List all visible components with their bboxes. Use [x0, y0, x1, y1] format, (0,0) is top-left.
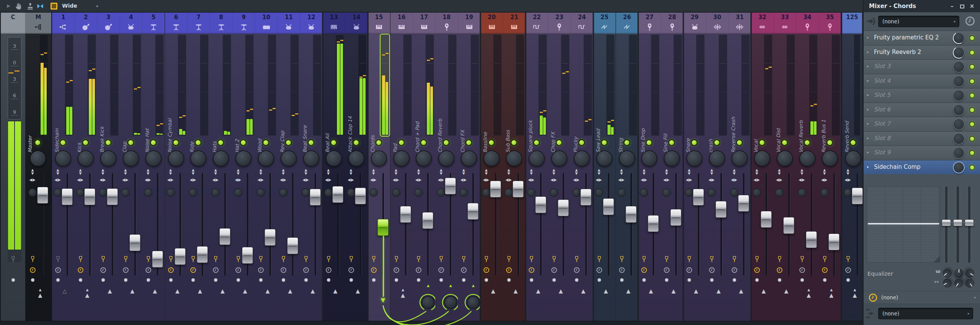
pan-knob[interactable] [574, 150, 590, 167]
slot-enable-led[interactable] [969, 64, 975, 70]
slot-enable-led[interactable] [969, 150, 975, 156]
stereo-arrows[interactable]: ◀▶ [526, 178, 537, 182]
updown-arrows[interactable]: ▲▼ [210, 168, 221, 175]
stereo-arrows[interactable]: ◀▶ [345, 178, 357, 182]
stereo-arrows[interactable]: ◀▶ [616, 178, 627, 182]
pan-knob[interactable] [326, 150, 342, 167]
route-arrows[interactable]: ▲ [756, 288, 771, 294]
fader-handle[interactable] [828, 234, 840, 250]
pan-knob[interactable] [78, 150, 94, 167]
route-arrows[interactable]: ▲ [553, 288, 568, 294]
updown-arrows[interactable]: ▲▼ [97, 168, 109, 175]
pan-knob[interactable] [30, 150, 46, 167]
route-arrows[interactable]: ▲ [598, 288, 614, 294]
latency-clock-icon[interactable] [100, 267, 106, 273]
track-header[interactable]: 8 [210, 13, 232, 34]
audio-input-select[interactable]: (none) ▸ [878, 16, 959, 27]
route-down-arrow[interactable]: ▼ [377, 297, 389, 304]
record-arm-icon[interactable] [168, 256, 174, 262]
stereo-sep-knob[interactable] [482, 188, 490, 197]
route-arrows[interactable]: ▲ [237, 288, 253, 294]
fx-slot-6[interactable]: ▸Slot 6 [864, 103, 980, 117]
stereo-sep-knob[interactable] [324, 188, 333, 197]
track-strip-15[interactable]: 15Chords▲▼◀▶▼ [368, 13, 390, 321]
fader-track[interactable] [270, 173, 271, 276]
mute-led[interactable] [511, 139, 517, 146]
updown-arrows[interactable]: ▲▼ [480, 168, 492, 175]
record-arm-icon[interactable] [415, 256, 422, 262]
track-header[interactable]: 4 [120, 13, 142, 34]
eq-band-slider-mid[interactable] [955, 186, 961, 263]
track-strip-3[interactable]: 3Break Kick▲▼◀▶▲ [97, 13, 120, 321]
updown-arrows[interactable]: ▲▼ [774, 168, 785, 175]
route-arrows[interactable]: ▲ [192, 288, 207, 294]
track-header[interactable]: 17 [413, 13, 435, 34]
slot-enable-led[interactable] [969, 78, 975, 84]
eq-band-knob-mid[interactable] [952, 276, 966, 291]
fx-slot-10[interactable]: ▸Sidechain Comp [864, 160, 980, 175]
mute-led[interactable] [578, 139, 585, 146]
latency-clock-icon[interactable] [551, 267, 557, 273]
latency-clock-icon[interactable] [190, 267, 196, 273]
pan-knob[interactable] [732, 150, 748, 167]
fader-track[interactable] [405, 173, 407, 276]
updown-arrows[interactable]: ▲▼ [706, 168, 717, 175]
route-arrows[interactable]: ▲ [125, 288, 140, 294]
eq-band-knob-high[interactable] [963, 276, 977, 291]
route-arrows[interactable]: ▲ [688, 288, 704, 294]
record-arm-icon[interactable] [371, 256, 377, 262]
fader-handle[interactable] [648, 215, 659, 232]
track-strip-29[interactable]: 29Snare▲▼◀▶▲ [683, 13, 706, 321]
fader-handle[interactable] [693, 189, 704, 206]
stereo-sep-knob[interactable] [730, 188, 738, 197]
slot-mix-knob[interactable] [953, 133, 965, 145]
track-strip-19[interactable]: 19Chord FX▲▼◀▶▲ [458, 13, 480, 321]
record-arm-icon[interactable] [145, 256, 152, 262]
stereo-sep-knob[interactable] [347, 188, 355, 197]
fader-handle[interactable] [467, 203, 479, 220]
stereo-arrows[interactable]: ◀▶ [27, 178, 38, 182]
stereo-sep-knob[interactable] [167, 188, 175, 197]
slot-enable-led[interactable] [969, 136, 975, 142]
mute-led[interactable] [488, 139, 495, 146]
updown-arrows[interactable]: ▲▼ [300, 168, 312, 175]
fx-slot-1[interactable]: ▸Fruity parametric EQ 2 [864, 31, 980, 45]
latency-clock-icon[interactable] [596, 267, 603, 273]
slot-enable-led[interactable] [969, 35, 975, 41]
updown-arrows[interactable]: ▲▼ [661, 168, 672, 175]
slot-enable-led[interactable] [969, 93, 975, 98]
mute-led[interactable] [624, 139, 630, 146]
latency-clock-icon[interactable] [845, 267, 851, 273]
updown-arrows[interactable]: ▲▼ [232, 168, 244, 175]
track-header[interactable]: 19 [458, 13, 480, 34]
pan-knob[interactable] [55, 150, 71, 167]
updown-arrows[interactable]: ▲▼ [593, 168, 605, 175]
latency-clock-icon[interactable] [258, 267, 264, 273]
updown-arrows[interactable]: ▲▼ [142, 168, 154, 175]
fader-track[interactable] [720, 173, 722, 276]
track-header[interactable]: 32 [751, 13, 774, 34]
stereo-arrows[interactable]: ◀▶ [210, 178, 221, 182]
mute-led[interactable] [285, 139, 292, 146]
track-header[interactable]: 5 [142, 13, 165, 34]
updown-arrows[interactable]: ▲▼ [819, 168, 830, 175]
track-header[interactable]: 11 [278, 13, 300, 34]
slot-arrow-icon[interactable]: ▸ [867, 121, 869, 126]
pan-knob[interactable] [799, 150, 815, 167]
slot-mix-knob[interactable] [953, 147, 965, 159]
fx-slot-2[interactable]: ▸Fruity Reeverb 2 [864, 45, 980, 60]
track-header[interactable]: 27 [638, 13, 661, 34]
fader-handle[interactable] [738, 195, 749, 212]
eq-freq-knob-mid[interactable] [954, 268, 964, 278]
fader-handle[interactable] [107, 188, 118, 205]
route-arrows[interactable]: ▲ [260, 288, 275, 294]
track-strip-32[interactable]: 32Vocal▲▼◀▶▲ [751, 13, 774, 321]
stereo-arrows[interactable]: ◀▶ [728, 178, 740, 182]
latency-clock-icon[interactable] [822, 267, 828, 273]
record-arm-icon[interactable] [393, 256, 400, 262]
updown-arrows[interactable]: ▲▼ [526, 168, 537, 175]
record-arm-icon[interactable] [100, 256, 106, 262]
stereo-sep-knob[interactable] [775, 188, 784, 197]
fx-slot-8[interactable]: ▸Slot 8 [864, 131, 980, 146]
eq-slider-handle[interactable] [953, 219, 962, 226]
